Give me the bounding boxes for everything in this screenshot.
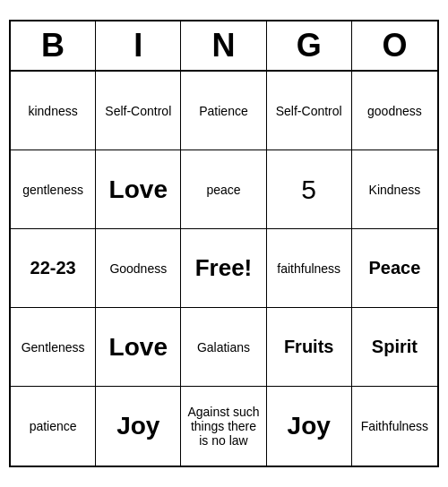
bingo-header-letter: I <box>96 21 181 70</box>
bingo-cell: Love <box>96 308 181 387</box>
bingo-cell: Self-Control <box>267 72 352 150</box>
bingo-header-letter: N <box>181 21 266 70</box>
bingo-cell: peace <box>181 150 266 229</box>
bingo-cell: 22-23 <box>11 229 96 308</box>
bingo-cell: Kindness <box>352 150 437 229</box>
bingo-header-letter: B <box>11 21 96 70</box>
bingo-cell: faithfulness <box>267 229 352 308</box>
bingo-header: BINGO <box>11 21 437 72</box>
bingo-cell: Peace <box>352 229 437 308</box>
bingo-card: BINGO kindnessSelf-ControlPatienceSelf-C… <box>9 20 439 467</box>
bingo-header-letter: G <box>267 21 352 70</box>
bingo-cell: Fruits <box>267 308 352 387</box>
bingo-grid: kindnessSelf-ControlPatienceSelf-Control… <box>11 72 437 466</box>
bingo-cell: goodness <box>352 72 437 150</box>
bingo-cell: Self-Control <box>96 72 181 150</box>
bingo-cell: patience <box>11 387 96 466</box>
bingo-header-letter: O <box>352 21 437 70</box>
bingo-cell: Against such things there is no law <box>181 387 266 466</box>
bingo-cell: Joy <box>96 387 181 466</box>
bingo-cell: gentleness <box>11 150 96 229</box>
bingo-cell: Spirit <box>352 308 437 387</box>
bingo-cell: Patience <box>181 72 266 150</box>
bingo-cell: 5 <box>267 150 352 229</box>
bingo-cell: Gentleness <box>11 308 96 387</box>
bingo-cell: Joy <box>267 387 352 466</box>
bingo-cell: kindness <box>11 72 96 150</box>
bingo-cell: Goodness <box>96 229 181 308</box>
bingo-cell: Galatians <box>181 308 266 387</box>
bingo-cell: Free! <box>181 229 266 308</box>
bingo-cell: Love <box>96 150 181 229</box>
bingo-cell: Faithfulness <box>352 387 437 466</box>
